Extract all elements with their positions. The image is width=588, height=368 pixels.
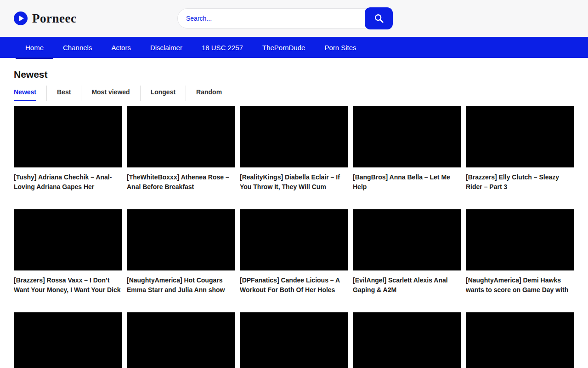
video-card [14, 312, 122, 368]
video-thumbnail[interactable] [14, 209, 122, 270]
video-title[interactable]: [NaughtyAmerica] Demi Hawks wants to sco… [466, 276, 574, 295]
video-card: [RealityKings] Diabella Eclair – If You … [240, 106, 348, 192]
page-title: Newest [14, 69, 574, 80]
video-thumbnail[interactable] [127, 209, 235, 270]
logo-text: Porneec [32, 12, 76, 26]
video-title[interactable]: [Brazzers] Elly Clutch – Sleazy Rider – … [466, 172, 574, 192]
video-card [127, 312, 235, 368]
video-thumbnail[interactable] [466, 209, 574, 270]
tab-best[interactable]: Best [46, 86, 81, 101]
video-title[interactable]: [EvilAngel] Scarlett Alexis Anal Gaping … [353, 276, 461, 295]
video-card: [Tushy] Adriana Chechik – Anal-Loving Ad… [14, 106, 122, 192]
video-thumbnail[interactable] [240, 106, 348, 167]
nav-item-theporndude[interactable]: ThePornDude [253, 37, 315, 58]
video-card: [BangBros] Anna Bella – Let Me Help [353, 106, 461, 192]
header: Porneec [0, 0, 588, 37]
video-thumbnail[interactable] [466, 312, 574, 368]
tabs: NewestBestMost viewedLongestRandom [14, 86, 574, 101]
tab-random[interactable]: Random [186, 86, 232, 101]
video-thumbnail[interactable] [466, 106, 574, 167]
main-content: Newest NewestBestMost viewedLongestRando… [0, 69, 588, 368]
search-input[interactable] [177, 8, 392, 29]
nav-item-channels[interactable]: Channels [53, 37, 102, 58]
tab-most-viewed[interactable]: Most viewed [81, 86, 140, 101]
video-title[interactable]: [NaughtyAmerica] Hot Cougars Emma Starr … [127, 276, 235, 295]
video-card: [EvilAngel] Scarlett Alexis Anal Gaping … [353, 209, 461, 295]
play-icon [14, 12, 28, 25]
tab-label: Most viewed [91, 86, 130, 101]
video-thumbnail[interactable] [240, 209, 348, 270]
video-thumbnail[interactable] [353, 209, 461, 270]
video-card: [NaughtyAmerica] Demi Hawks wants to sco… [466, 209, 574, 295]
tab-newest[interactable]: Newest [14, 86, 46, 101]
video-card [240, 312, 348, 368]
video-title[interactable]: [RealityKings] Diabella Eclair – If You … [240, 172, 348, 192]
video-thumbnail[interactable] [14, 312, 122, 368]
site-logo[interactable]: Porneec [14, 12, 76, 26]
video-thumbnail[interactable] [240, 312, 348, 368]
video-title[interactable]: [DPFanatics] Candee Licious – A Workout … [240, 276, 348, 295]
tab-label: Longest [151, 86, 175, 101]
video-title[interactable]: [BangBros] Anna Bella – Let Me Help [353, 172, 461, 192]
video-title[interactable]: [TheWhiteBoxxx] Athenea Rose – Anal Befo… [127, 172, 235, 192]
video-grid: [Tushy] Adriana Chechik – Anal-Loving Ad… [14, 106, 574, 368]
tab-label: Newest [14, 86, 36, 101]
nav-item-actors[interactable]: Actors [102, 37, 141, 58]
search-button[interactable] [365, 7, 393, 29]
video-card [466, 312, 574, 368]
video-thumbnail[interactable] [127, 312, 235, 368]
nav-item-disclaimer[interactable]: Disclaimer [141, 37, 192, 58]
tab-label: Best [57, 86, 71, 101]
video-card: [Brazzers] Rossa Vaxx – I Don’t Want You… [14, 209, 122, 295]
video-card: [NaughtyAmerica] Hot Cougars Emma Starr … [127, 209, 235, 295]
nav-item-home[interactable]: Home [16, 37, 53, 58]
video-title[interactable]: [Tushy] Adriana Chechik – Anal-Loving Ad… [14, 172, 122, 192]
search-bar [177, 8, 392, 29]
tab-longest[interactable]: Longest [140, 86, 186, 101]
main-nav: HomeChannelsActorsDisclaimer18 USC 2257T… [0, 37, 588, 58]
video-thumbnail[interactable] [353, 106, 461, 167]
nav-item-porn-sites[interactable]: Porn Sites [315, 37, 366, 58]
nav-item-18-usc-2257[interactable]: 18 USC 2257 [192, 37, 253, 58]
video-title[interactable]: [Brazzers] Rossa Vaxx – I Don’t Want You… [14, 276, 122, 295]
video-card [353, 312, 461, 368]
video-card: [TheWhiteBoxxx] Athenea Rose – Anal Befo… [127, 106, 235, 192]
video-thumbnail[interactable] [353, 312, 461, 368]
search-icon [374, 13, 384, 23]
video-thumbnail[interactable] [127, 106, 235, 167]
video-card: [Brazzers] Elly Clutch – Sleazy Rider – … [466, 106, 574, 192]
nav-list: HomeChannelsActorsDisclaimer18 USC 2257T… [16, 37, 366, 58]
video-card: [DPFanatics] Candee Licious – A Workout … [240, 209, 348, 295]
video-thumbnail[interactable] [14, 106, 122, 167]
tab-label: Random [196, 86, 222, 101]
